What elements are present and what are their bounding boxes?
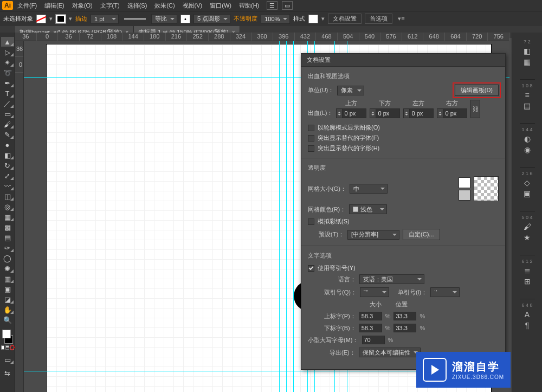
chevron-down-icon[interactable]: ▾ xyxy=(321,15,325,22)
perspective-tool[interactable]: ▦ xyxy=(1,212,14,222)
stroke-panel-icon[interactable]: ≡ xyxy=(520,91,535,99)
menu-edit[interactable]: 编辑(E) xyxy=(41,1,68,11)
blend-tool[interactable]: ◯ xyxy=(1,253,14,263)
ruler-vertical[interactable]: 36 0 xyxy=(15,41,24,392)
spinner-icon[interactable] xyxy=(370,108,376,118)
menu-file[interactable]: 文件(F) xyxy=(14,1,40,11)
custom-button[interactable]: 自定(C)... xyxy=(403,229,440,240)
eyedropper-tool[interactable]: ✑ xyxy=(1,243,14,253)
eraser-tool[interactable]: ◧ xyxy=(1,150,14,160)
menu-select[interactable]: 选择(S) xyxy=(124,1,151,11)
solid-color-icon[interactable] xyxy=(1,345,5,350)
edit-artboard-button[interactable]: 编辑画板(D) xyxy=(455,85,499,96)
blob-brush-tool[interactable]: ● xyxy=(1,140,14,150)
free-transform-tool[interactable]: ◫ xyxy=(1,191,14,201)
menu-extra-icon-2[interactable]: ▭ xyxy=(282,1,293,10)
bleed-right-input[interactable] xyxy=(443,108,467,118)
spinner-icon[interactable] xyxy=(403,108,410,118)
checkbox-fonts[interactable] xyxy=(308,135,314,142)
stroke-swatch[interactable] xyxy=(56,15,66,23)
spinner-icon[interactable] xyxy=(437,108,443,118)
rectangle-tool[interactable]: ▭ xyxy=(1,109,14,119)
trans-swatch-gray[interactable] xyxy=(459,190,470,201)
unit-select[interactable]: 像素 xyxy=(337,86,364,95)
fill-stroke-control[interactable] xyxy=(1,329,14,345)
color-mode-row[interactable] xyxy=(1,345,14,352)
transform-panel-icon[interactable]: ⊞ xyxy=(520,277,535,286)
sup-pos-input[interactable] xyxy=(393,312,416,320)
shape-builder-tool[interactable]: ◎ xyxy=(1,202,14,211)
pencil-tool[interactable]: ✎ xyxy=(1,130,14,139)
graphic-styles-panel-icon[interactable]: ◇ xyxy=(520,178,535,187)
paintbrush-tool[interactable]: 🖌 xyxy=(1,119,14,129)
gradient-tool[interactable]: ▤ xyxy=(1,233,14,242)
symbols-panel-icon[interactable]: ★ xyxy=(520,233,535,242)
graph-tool[interactable]: ▥ xyxy=(1,274,14,284)
slice-tool[interactable]: ◪ xyxy=(1,294,14,304)
menu-view[interactable]: 视图(V) xyxy=(179,1,206,11)
rotate-tool[interactable]: ↻ xyxy=(1,160,14,170)
menu-object[interactable]: 对象(O) xyxy=(69,1,96,11)
toolbar-overflow-icon[interactable]: ▾≡ xyxy=(398,15,404,22)
stroke-weight-select[interactable]: 1 pt xyxy=(91,14,119,24)
chevron-down-icon[interactable]: ▾ xyxy=(69,15,72,22)
fill-swatch[interactable] xyxy=(36,15,46,23)
opacity-select[interactable]: 100% xyxy=(261,14,290,24)
export-select[interactable]: 保留文本可编辑性 xyxy=(359,348,421,357)
ruler-horizontal[interactable]: 36 0 36 72 108 144 180 216 252 288 324 3… xyxy=(15,33,509,41)
menu-effect[interactable]: 效果(C) xyxy=(151,1,178,11)
lasso-tool[interactable]: ➰ xyxy=(1,68,14,78)
bleed-bottom-input[interactable] xyxy=(376,108,400,118)
sup-size-input[interactable] xyxy=(359,312,382,320)
brushes-panel-icon[interactable]: 🖌 xyxy=(520,222,535,231)
squote-select[interactable]: ‘’ xyxy=(430,287,460,297)
align-panel-icon[interactable]: ≣ xyxy=(520,266,535,275)
checkbox-glyphs[interactable] xyxy=(308,145,314,152)
lang-select[interactable]: 英语：美国 xyxy=(359,274,424,284)
bleed-left-input[interactable] xyxy=(410,108,434,118)
spinner-icon[interactable] xyxy=(336,108,343,118)
gradient-panel-icon[interactable]: ▤ xyxy=(520,101,535,110)
stroke-uniform-select[interactable]: 等比 xyxy=(151,14,177,24)
gridsize-select[interactable]: 中 xyxy=(350,184,388,194)
layers-panel-icon[interactable]: ▣ xyxy=(520,189,535,198)
hand-tool[interactable]: ✋ xyxy=(1,305,14,314)
prefs-button[interactable]: 首选项 xyxy=(365,14,392,24)
appearance-panel-icon[interactable]: ◉ xyxy=(520,145,535,154)
sub-pos-input[interactable] xyxy=(393,324,416,332)
stroke-profile-icon[interactable] xyxy=(124,18,146,20)
menu-window[interactable]: 窗口(W) xyxy=(207,1,235,11)
change-screen-icon[interactable]: ⇆ xyxy=(1,368,14,378)
dialog-title[interactable]: 文档设置 xyxy=(301,54,505,67)
artboard-tool[interactable]: ▣ xyxy=(1,284,14,294)
checkbox-quotes[interactable] xyxy=(308,265,314,272)
symbol-sprayer-tool[interactable]: ✺ xyxy=(1,264,14,273)
line-tool[interactable]: ／ xyxy=(1,99,14,108)
sub-size-input[interactable] xyxy=(359,324,382,332)
menu-help[interactable]: 帮助(H) xyxy=(236,1,262,11)
menu-extra-icon-1[interactable]: ☰ xyxy=(267,1,278,10)
type-tool[interactable]: T xyxy=(1,88,14,98)
opacity-label[interactable]: 不透明度 xyxy=(234,15,257,23)
chevron-down-icon[interactable]: ▾ xyxy=(49,15,53,22)
screen-mode-tool[interactable]: ▭ xyxy=(1,355,14,364)
width-tool[interactable]: 〰 xyxy=(1,181,14,191)
style-swatch[interactable] xyxy=(308,15,318,23)
char-panel-icon[interactable]: A xyxy=(520,310,535,319)
pen-tool[interactable]: ✒ xyxy=(1,78,14,88)
gridcolor-select[interactable]: 浅色 xyxy=(349,204,387,214)
trans-swatch-white[interactable] xyxy=(459,177,470,188)
menu-type[interactable]: 文字(T) xyxy=(97,1,123,11)
mesh-tool[interactable]: ▩ xyxy=(1,222,14,232)
color-panel-icon[interactable]: ◧ xyxy=(520,47,535,55)
para-panel-icon[interactable]: ¶ xyxy=(520,321,535,330)
brush-preview[interactable]: • xyxy=(180,15,190,23)
preset-select[interactable]: [中分辨率] xyxy=(347,230,399,240)
swatches-panel-icon[interactable]: ▦ xyxy=(520,57,535,66)
scale-tool[interactable]: ⤢ xyxy=(1,171,14,181)
checkbox-outline[interactable] xyxy=(308,125,314,131)
stroke-label[interactable]: 描边 xyxy=(75,15,87,23)
checkbox-simpaper[interactable] xyxy=(308,219,314,225)
brush-select[interactable]: 5 点圆形 xyxy=(193,14,230,24)
link-bleed-icon[interactable]: ⛓ xyxy=(470,100,480,118)
